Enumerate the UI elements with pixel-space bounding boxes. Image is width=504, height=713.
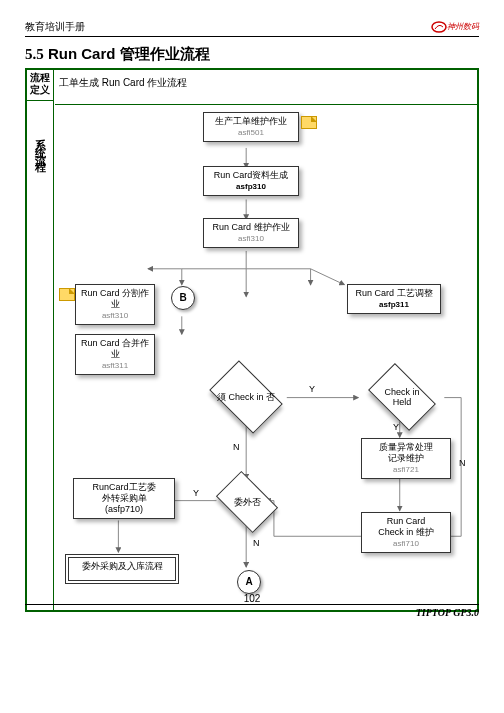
label-y: Y [193,488,199,498]
page-footer: TIPTOP GP3.0 [25,604,479,618]
node-runcard-gen: Run Card资料生成asfp310 [203,166,299,196]
node-process-adj: Run Card 工艺调整asfp311 [347,284,441,314]
node-checkin-maint: Run Card Check in 维护asfi710 [361,512,451,553]
label-n: N [459,458,466,468]
node-production-order: 生产工单维护作业asfi501 [203,112,299,142]
page-header: 教育培训手册 神州数码 [25,20,479,37]
node-outsource-po: RunCard工艺委 外转采购单(asfp710) [73,478,175,519]
node-quality: 质量异常处理 记录维护asfi721 [361,438,451,479]
node-runcard-maint: Run Card 维护作业asfi310 [203,218,299,248]
node-subprocess: 委外采购及入库流程 [65,554,179,584]
label-y: Y [393,422,399,432]
sidebar-header: 流程定义 [27,70,53,101]
label-y: Y [309,384,315,394]
sidebar: 流程定义 系统流程 [27,70,54,610]
decision-held: Check in Held [368,363,436,431]
note-icon [59,288,75,301]
header-left: 教育培训手册 [25,20,85,34]
footer-product: TIPTOP GP3.0 [416,607,479,618]
sidebar-label: 系统流程 [33,130,48,162]
decision-checkin: 须 Check in 否 [209,360,283,434]
section-title: 5.5 Run Card 管理作业流程 [25,45,479,64]
flowchart: 流程定义 系统流程 工单生成 Run Card 作业流程 [25,68,479,612]
canvas: 生产工单维护作业asfi501 Run Card资料生成asfp310 Run … [53,98,477,610]
page-number: 102 [0,593,504,604]
label-n: N [233,442,240,452]
node-merge: Run Card 合并作业asft311 [75,334,155,375]
node-split: Run Card 分割作业asft310 [75,284,155,325]
connector-b: B [171,286,195,310]
svg-point-0 [432,22,446,32]
note-icon [301,116,317,129]
decision-outsource: 委外否 [216,471,278,533]
logo: 神州数码 [431,21,479,33]
label-n: N [253,538,260,548]
connector-a: A [237,570,261,594]
